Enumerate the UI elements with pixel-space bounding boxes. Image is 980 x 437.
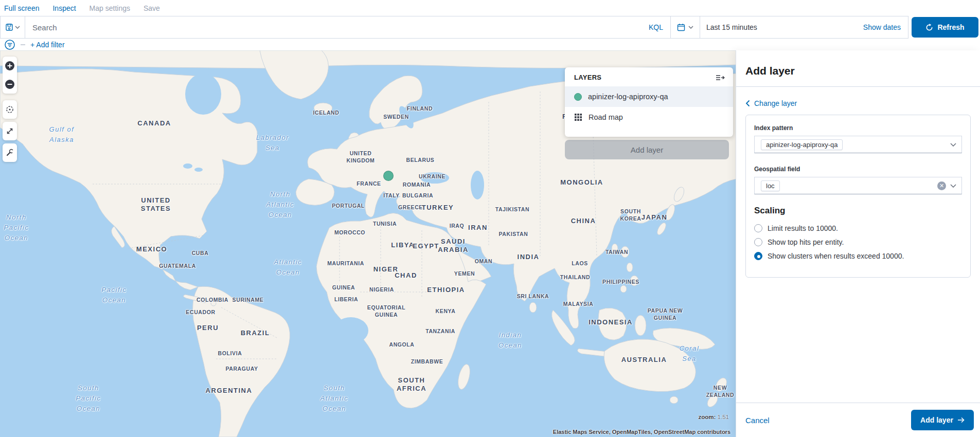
flyout-footer: Cancel Add layer <box>736 403 980 437</box>
layer-color-dot-icon <box>574 93 582 101</box>
query-language-button[interactable]: KQL <box>649 23 663 31</box>
chevron-down-icon <box>15 26 20 29</box>
scaling-option-2[interactable]: Show clusters when results exceed 10000. <box>754 252 962 260</box>
calendar-icon <box>677 23 685 31</box>
add-layer-disabled-button[interactable]: Add layer <box>565 140 729 159</box>
date-picker: Last 15 minutes Show dates <box>670 16 908 38</box>
layer-name: Road map <box>589 113 623 121</box>
geospatial-field-value: loc <box>761 180 780 191</box>
search-field: KQL <box>25 16 670 38</box>
scaling-option-1[interactable]: Show top hits per entity. <box>754 238 962 246</box>
arrow-right-icon <box>957 417 965 423</box>
cancel-button[interactable]: Cancel <box>745 416 770 425</box>
add-layer-flyout: Add layer Change layer Index pattern api… <box>736 50 980 437</box>
fit-to-data-button[interactable] <box>3 122 17 140</box>
plus-icon <box>5 61 15 71</box>
tools-button[interactable] <box>3 143 17 162</box>
tools-control <box>3 143 17 162</box>
layers-panel-footer <box>565 128 733 137</box>
zoom-out-button[interactable] <box>3 75 17 94</box>
zoom-level-indicator: zoom: 1.51 <box>699 414 729 420</box>
filter-bar-divider <box>21 44 25 45</box>
map-settings-link[interactable]: Map settings <box>90 4 130 12</box>
fit-to-data-control <box>3 122 17 140</box>
zoom-controls <box>3 57 17 94</box>
layers-panel-header: LAYERS <box>565 67 733 86</box>
geospatial-field-label: Geospatial field <box>754 166 962 173</box>
time-range-button[interactable]: Last 15 minutes <box>700 23 863 31</box>
scaling-option-0[interactable]: Limit results to 10000. <box>754 224 962 232</box>
saved-query-icon <box>5 23 13 31</box>
expand-diagonal-icon <box>5 126 14 136</box>
filter-options-icon[interactable] <box>4 39 15 50</box>
filter-bar: + Add filter <box>0 39 980 50</box>
radio-label: Show clusters when results exceed 10000. <box>768 252 904 260</box>
chevron-down-icon <box>688 26 693 29</box>
radio-selected-icon[interactable] <box>754 252 762 260</box>
date-quick-select-button[interactable] <box>671 16 700 38</box>
clear-selection-icon[interactable]: ✕ <box>937 181 946 190</box>
map-attribution: Elastic Maps Service, OpenMapTiles, Open… <box>553 429 730 435</box>
add-filter-button[interactable]: + Add filter <box>30 41 65 49</box>
zoom-in-button[interactable] <box>3 57 17 75</box>
search-field-group: KQL Last 15 minutes Show dates <box>0 16 908 39</box>
radio-unselected-icon[interactable] <box>754 224 762 232</box>
grid-icon <box>574 113 582 121</box>
chevron-down-icon <box>950 184 956 188</box>
chevron-down-icon <box>950 143 956 147</box>
fullscreen-link[interactable]: Full screen <box>4 4 39 12</box>
wrench-icon <box>5 148 14 157</box>
scaling-options: Limit results to 10000.Show top hits per… <box>754 224 962 260</box>
save-link[interactable]: Save <box>144 4 160 12</box>
search-input[interactable] <box>25 16 670 38</box>
saved-query-menu-button[interactable] <box>1 16 25 38</box>
show-dates-button[interactable]: Show dates <box>863 23 908 31</box>
scaling-heading: Scaling <box>754 206 962 216</box>
query-bar: KQL Last 15 minutes Show dates Ref <box>0 16 980 39</box>
layer-row-apinizer[interactable]: apinizer-log-apiproxy-qa <box>565 86 733 107</box>
collapse-panel-icon[interactable] <box>716 74 725 81</box>
add-layer-submit-button[interactable]: Add layer <box>911 410 974 430</box>
chevron-left-icon <box>745 100 750 107</box>
radio-label: Limit results to 10000. <box>768 224 838 232</box>
minus-icon <box>5 79 15 89</box>
layer-name: apinizer-log-apiproxy-qa <box>588 93 668 101</box>
map-data-point-marker[interactable] <box>383 171 394 181</box>
index-pattern-label: Index pattern <box>754 124 962 132</box>
index-pattern-value: apinizer-log-apiproxy-qa <box>761 139 843 150</box>
top-nav-menu: Full screen Inspect Map settings Save <box>0 0 980 16</box>
radio-label: Show top hits per entity. <box>768 238 844 246</box>
index-pattern-select[interactable]: apinizer-log-apiproxy-qa <box>754 136 962 153</box>
flyout-title: Add layer <box>736 50 980 86</box>
layers-panel-title: LAYERS <box>574 74 601 81</box>
crosshair-icon <box>5 105 14 114</box>
inspect-link[interactable]: Inspect <box>52 4 76 12</box>
set-view-button[interactable] <box>3 100 17 119</box>
refresh-icon <box>925 24 933 31</box>
change-layer-link[interactable]: Change layer <box>745 99 971 107</box>
layers-panel: LAYERS apinizer-log-apiproxy-qa Road map <box>565 67 733 137</box>
geospatial-field-select[interactable]: loc ✕ <box>754 177 962 194</box>
source-settings-card: Index pattern apinizer-log-apiproxy-qa G… <box>745 115 971 278</box>
layer-row-roadmap[interactable]: Road map <box>565 107 733 128</box>
radio-unselected-icon[interactable] <box>754 238 762 246</box>
refresh-button[interactable]: Refresh <box>912 17 978 38</box>
set-view-control <box>3 100 17 119</box>
